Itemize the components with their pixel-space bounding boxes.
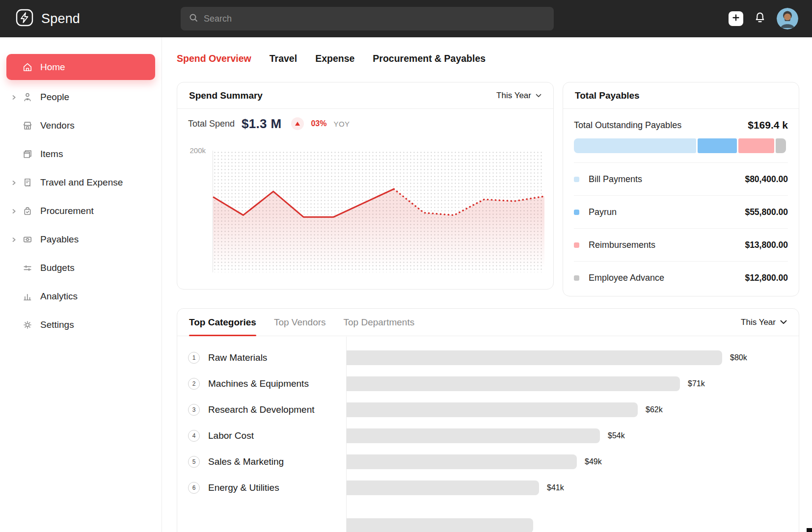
spend-logo-icon (15, 8, 34, 29)
rank-badge: 5 (188, 456, 200, 468)
tab-spend-overview[interactable]: Spend Overview (177, 53, 251, 64)
rank-badge: 2 (188, 378, 200, 390)
category-bar (347, 402, 638, 417)
payables-row-label: Payrun (589, 207, 617, 217)
yoy-label: YOY (333, 120, 350, 128)
chevron-down-icon (780, 320, 787, 324)
sidebar-item-label: Home (40, 62, 65, 73)
spend-summary-card: Spend Summary This Year Total Spend $1.3… (177, 82, 554, 290)
up-triangle-icon (295, 122, 300, 126)
sidebar-item-payables[interactable]: Payables (6, 225, 155, 254)
category-label: Machines & Equipments (208, 378, 309, 389)
payables-row-value: $55,800.00 (745, 207, 788, 217)
top-categories-period-dropdown[interactable]: This Year (741, 309, 787, 336)
app-logo[interactable]: Spend (15, 0, 80, 37)
sidebar-item-home[interactable]: Home (6, 54, 155, 80)
category-label: Labor Cost (208, 430, 254, 441)
sidebar-item-label: Vendors (40, 120, 75, 131)
total-spend-value: $1.3 M (242, 116, 281, 132)
category-bar-value: $41k (547, 483, 564, 492)
chevron-right-icon[interactable] (11, 209, 22, 214)
outstanding-payables-label: Total Outstanding Payables (574, 120, 681, 131)
bar-chart-icon (22, 291, 40, 302)
payables-stacked-bar (574, 138, 788, 153)
category-bar-value: $49k (585, 457, 602, 466)
tab-top-departments[interactable]: Top Departments (344, 309, 415, 336)
sidebar-item-label: Items (40, 149, 63, 160)
receipt-icon (22, 177, 40, 188)
payables-breakdown-list: Bill Payments$80,400.00Payrun$55,800.00R… (574, 162, 788, 294)
sidebar-item-label: Analytics (40, 291, 78, 302)
tab-expense[interactable]: Expense (315, 53, 354, 64)
chevron-right-icon[interactable] (11, 95, 22, 100)
person-icon (22, 92, 40, 103)
rank-badge: 6 (188, 482, 200, 494)
total-payables-title: Total Payables (575, 90, 640, 101)
category-label: Energy & Utilities (208, 482, 279, 493)
overview-tabs: Spend OverviewTravelExpenseProcurement &… (177, 53, 486, 64)
quick-create-button[interactable] (729, 11, 743, 26)
legend-swatch (574, 275, 579, 281)
payables-row-label: Reimbursements (589, 240, 655, 250)
bell-icon (754, 11, 766, 26)
sidebar-item-label: Procurement (40, 206, 94, 216)
category-bar (347, 480, 539, 495)
category-bar-value: $80k (730, 353, 747, 362)
user-avatar[interactable] (777, 8, 798, 29)
category-label: Raw Materials (208, 352, 267, 363)
category-bar-row-partial (347, 512, 799, 532)
category-tabs: Top CategoriesTop VendorsTop Departments (189, 309, 414, 336)
spend-summary-period-dropdown[interactable]: This Year (496, 91, 541, 101)
category-bar (347, 428, 600, 443)
payables-row: Reimbursements$13,800.00 (574, 228, 788, 261)
tab-top-categories[interactable]: Top Categories (189, 309, 256, 336)
spend-summary-title: Spend Summary (189, 90, 263, 101)
rank-badge: 4 (188, 430, 200, 442)
topbar: Spend (0, 0, 812, 37)
payables-row: Employee Advance$12,800.00 (574, 261, 788, 294)
sidebar-item-label: Settings (40, 319, 74, 330)
global-search[interactable] (181, 7, 554, 30)
search-input[interactable] (204, 14, 546, 24)
sidebar-item-vendors[interactable]: Vendors (6, 111, 155, 140)
category-bar (347, 376, 680, 391)
chevron-right-icon[interactable] (11, 237, 22, 242)
sidebar-item-people[interactable]: People (6, 83, 155, 111)
stack-segment-employee-advance (776, 138, 785, 153)
legend-swatch (574, 210, 579, 215)
spend-line-chart (213, 151, 544, 272)
category-list-item: 1Raw Materials (177, 345, 346, 371)
sidebar-item-analytics[interactable]: Analytics (6, 282, 155, 311)
sidebar-item-settings[interactable]: Settings (6, 311, 155, 339)
category-list-item: 4Labor Cost (177, 423, 346, 449)
category-bar (347, 350, 722, 365)
sidebar: HomePeopleVendorsItemsTravel and Expense… (0, 37, 162, 532)
category-bar (347, 454, 577, 469)
sidebar-item-items[interactable]: Items (6, 140, 155, 168)
total-payables-card: Total Payables Total Outstanding Payable… (563, 82, 799, 296)
tab-top-vendors[interactable]: Top Vendors (274, 309, 326, 336)
sidebar-item-travel-and-expense[interactable]: Travel and Expense (6, 168, 155, 197)
tab-procurement-payables[interactable]: Procurement & Payables (373, 53, 486, 64)
chevron-right-icon[interactable] (11, 180, 22, 186)
category-bar-chart: $80k$71k$62k$54k$49k$41k (347, 337, 799, 532)
corner-widget[interactable] (807, 528, 812, 532)
notifications-button[interactable] (754, 11, 766, 26)
gear-icon (22, 319, 40, 330)
bag-icon (22, 206, 40, 216)
category-list-item: 2Machines & Equipments (177, 371, 346, 397)
tab-travel[interactable]: Travel (270, 53, 297, 64)
sidebar-item-procurement[interactable]: Procurement (6, 197, 155, 225)
category-bar-row: $54k (347, 423, 799, 449)
payables-row-value: $13,800.00 (745, 240, 788, 250)
payables-row: Payrun$55,800.00 (574, 195, 788, 228)
category-rank-list: 1Raw Materials2Machines & Equipments3Res… (177, 337, 347, 532)
box-icon (22, 149, 40, 160)
banknote-icon (22, 234, 40, 245)
sidebar-item-budgets[interactable]: Budgets (6, 254, 155, 282)
payables-row-value: $80,400.00 (745, 174, 788, 185)
category-list-item: 3Research & Development (177, 397, 346, 423)
home-icon (22, 62, 40, 73)
app-title: Spend (41, 11, 80, 27)
category-bar-value: $54k (608, 431, 625, 440)
